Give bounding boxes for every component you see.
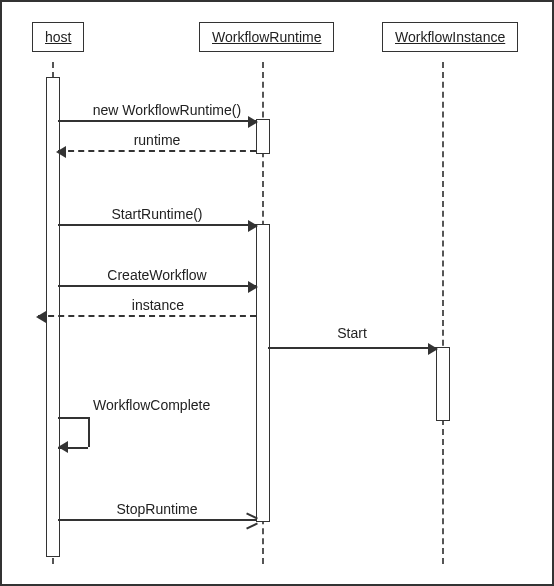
msg-create-workflow: CreateWorkflow: [58, 285, 256, 287]
msg-start-runtime: StartRuntime(): [58, 224, 256, 226]
msg-label: runtime: [134, 132, 181, 148]
return-runtime: runtime: [58, 150, 256, 152]
participant-host: host: [32, 22, 84, 52]
msg-start: Start: [268, 347, 436, 349]
msg-new-workflow-runtime: new WorkflowRuntime(): [58, 120, 256, 122]
msg-label: StartRuntime(): [111, 206, 202, 222]
participant-workflow-runtime: WorkflowRuntime: [199, 22, 334, 52]
activation-instance: [436, 347, 450, 421]
msg-label: CreateWorkflow: [107, 267, 206, 283]
msg-label: new WorkflowRuntime(): [93, 102, 241, 118]
msg-label: StopRuntime: [117, 501, 198, 517]
msg-label: instance: [132, 297, 184, 313]
msg-label: WorkflowComplete: [93, 397, 210, 413]
sequence-diagram: host WorkflowRuntime WorkflowInstance ne…: [0, 0, 554, 586]
lifeline-workflow-instance: [442, 62, 444, 564]
msg-label: Start: [337, 325, 367, 341]
activation-runtime-1: [256, 119, 270, 154]
msg-stop-runtime: StopRuntime: [58, 519, 256, 521]
return-instance: instance: [38, 315, 256, 317]
participant-workflow-instance: WorkflowInstance: [382, 22, 518, 52]
activation-runtime-2: [256, 224, 270, 522]
